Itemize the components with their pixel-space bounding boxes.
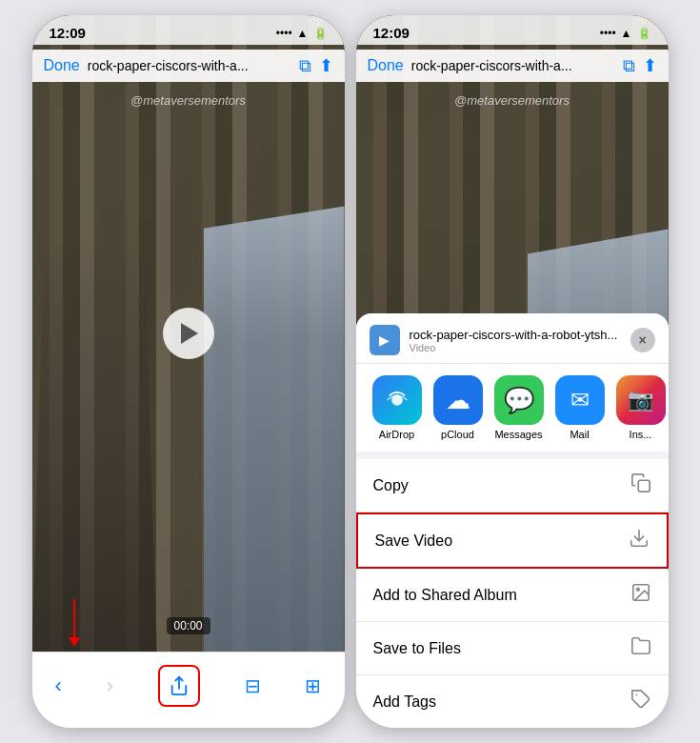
wifi-icon-right: ▲ xyxy=(621,27,632,40)
save-files-icon xyxy=(630,635,651,661)
address-bar-left: Done rock-paper-ciscors-with-a... ⧉ ⬆ xyxy=(32,50,345,82)
airdrop-label: AirDrop xyxy=(379,429,414,440)
share-close-button[interactable]: × xyxy=(630,328,655,352)
shared-album-icon xyxy=(630,582,651,608)
status-icons-right: •••• ▲ 🔋 xyxy=(600,27,651,40)
address-bar-right: Done rock-paper-ciscors-with-a... ⧉ ⬆ xyxy=(356,50,669,82)
save-video-icon xyxy=(629,528,650,553)
tab-icon-right[interactable]: ⧉ xyxy=(623,56,635,76)
share-app-instagram[interactable]: 📷 Ins... xyxy=(613,375,669,440)
share-icon-top-left[interactable]: ⬆ xyxy=(319,55,333,76)
svg-rect-2 xyxy=(638,480,650,492)
save-video-label: Save Video xyxy=(375,532,453,550)
tab-icon-left[interactable]: ⧉ xyxy=(299,56,311,76)
svg-point-5 xyxy=(636,588,639,591)
share-svg-left xyxy=(169,675,190,696)
action-save-files[interactable]: Save to Files xyxy=(356,622,669,675)
url-text-right: rock-paper-ciscors-with-a... xyxy=(411,58,615,73)
share-app-pcloud[interactable]: ☁ pCloud xyxy=(430,375,486,440)
add-tags-icon xyxy=(630,689,651,714)
share-button-left[interactable] xyxy=(158,665,200,707)
status-icons-left: •••• ▲ 🔋 xyxy=(276,27,328,40)
copy-label: Copy xyxy=(373,477,409,494)
url-text-left: rock-paper-ciscors-with-a... xyxy=(88,58,291,73)
save-files-label: Save to Files xyxy=(373,640,461,657)
airdrop-svg xyxy=(384,387,410,413)
figure-right xyxy=(204,206,345,652)
status-bar-left: 12:09 •••• ▲ 🔋 xyxy=(32,15,345,45)
video-area-left: @metaversementors 00:00 xyxy=(32,15,345,652)
bottom-bar-left: ‹ › ⊟ ⊞ xyxy=(32,652,345,728)
share-sheet-header: ▶ rock-paper-ciscors-with-a-robot-ytsh..… xyxy=(356,313,669,363)
share-apps-row: AirDrop ☁ pCloud 💬 Messages ✉ Mail 📷 Ins… xyxy=(356,363,669,452)
figure-left xyxy=(32,238,157,652)
share-app-airdrop[interactable]: AirDrop xyxy=(370,375,425,440)
share-actions: Copy Save Video xyxy=(356,459,669,728)
share-title-block: rock-paper-ciscors-with-a-robot-ytsh... … xyxy=(410,328,621,353)
watermark-left: @metaversementors xyxy=(32,93,345,108)
action-shared-album[interactable]: Add to Shared Album xyxy=(356,569,669,622)
signal-icon-left: •••• xyxy=(276,27,292,40)
video-timestamp-left: 00:00 xyxy=(166,617,210,634)
status-time-left: 12:09 xyxy=(50,25,86,41)
done-button-right[interactable]: Done xyxy=(368,57,404,74)
arrow-head xyxy=(69,637,80,647)
share-subtitle: Video xyxy=(410,342,621,353)
play-button-left[interactable] xyxy=(163,308,214,359)
action-copy[interactable]: Copy xyxy=(356,459,669,512)
shared-album-label: Add to Shared Album xyxy=(373,587,517,604)
share-icon-top-right[interactable]: ⬆ xyxy=(643,55,657,76)
main-container: @metaversementors 00:00 12:09 •••• ▲ 🔋 D… xyxy=(0,0,700,743)
add-tags-label: Add Tags xyxy=(373,693,436,711)
arrow-annotation-left xyxy=(69,599,80,647)
messages-icon: 💬 xyxy=(494,375,544,425)
instagram-label: Ins... xyxy=(630,429,652,440)
arrow-line xyxy=(73,599,75,637)
share-app-messages[interactable]: 💬 Messages xyxy=(491,375,547,440)
wifi-icon-left: ▲ xyxy=(297,27,309,40)
status-time-right: 12:09 xyxy=(373,25,410,41)
pcloud-icon: ☁ xyxy=(433,375,483,425)
mail-icon: ✉ xyxy=(555,375,605,425)
pcloud-label: pCloud xyxy=(441,429,474,440)
action-add-tags[interactable]: Add Tags xyxy=(356,675,669,728)
instagram-icon: 📷 xyxy=(616,375,666,425)
status-bar-right: 12:09 •••• ▲ 🔋 xyxy=(356,15,669,45)
share-favicon: ▶ xyxy=(370,325,400,355)
tabs-icon-left[interactable]: ⊞ xyxy=(305,674,321,697)
battery-icon-right: 🔋 xyxy=(637,27,651,40)
action-save-video[interactable]: Save Video xyxy=(356,512,669,569)
share-title: rock-paper-ciscors-with-a-robot-ytsh... xyxy=(410,328,621,342)
share-sheet: ▶ rock-paper-ciscors-with-a-robot-ytsh..… xyxy=(356,313,669,728)
copy-icon xyxy=(630,472,651,498)
forward-icon-left[interactable]: › xyxy=(107,673,113,698)
mail-label: Mail xyxy=(570,429,589,440)
share-app-mail[interactable]: ✉ Mail xyxy=(552,375,608,440)
messages-label: Messages xyxy=(494,429,542,440)
left-phone: @metaversementors 00:00 12:09 •••• ▲ 🔋 D… xyxy=(32,15,345,728)
right-phone: @metaversementors 12:09 •••• ▲ 🔋 Done ro… xyxy=(356,15,669,728)
done-button-left[interactable]: Done xyxy=(44,57,80,74)
bookmarks-icon-left[interactable]: ⊟ xyxy=(245,674,261,697)
signal-icon-right: •••• xyxy=(600,27,616,40)
play-triangle-left xyxy=(181,323,198,344)
watermark-right: @metaversementors xyxy=(356,93,669,108)
back-icon-left[interactable]: ‹ xyxy=(55,673,62,698)
battery-icon-left: 🔋 xyxy=(313,27,328,40)
airdrop-icon xyxy=(372,375,422,425)
